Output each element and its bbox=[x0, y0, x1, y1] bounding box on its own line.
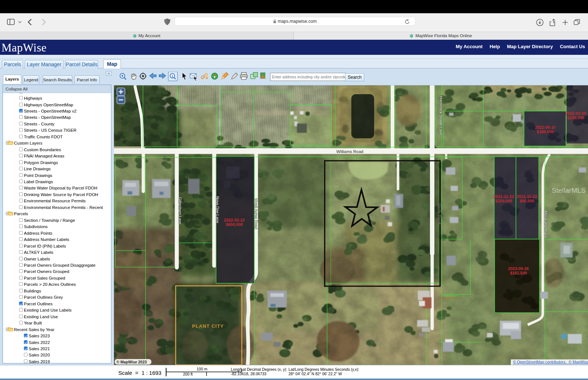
svg-text:100 m: 100 m bbox=[197, 367, 207, 371]
svg-text:© MapWise 2023: © MapWise 2023 bbox=[116, 360, 147, 364]
svg-text:© OpenStreetMap contributors,: © OpenStreetMap contributors, © MapWise bbox=[513, 360, 588, 364]
svg-text:2023-09-26: 2023-09-26 bbox=[508, 266, 529, 271]
svg-text:$180,000: $180,000 bbox=[537, 129, 554, 134]
svg-text:$60,000: $60,000 bbox=[520, 199, 534, 203]
svg-text:Nova Dee Lane: Nova Dee Lane bbox=[215, 196, 220, 223]
svg-text:Wyatt Acres Road: Wyatt Acres Road bbox=[254, 198, 258, 229]
svg-text:i: i bbox=[172, 74, 173, 78]
svg-text:2022-02-10: 2022-02-10 bbox=[224, 218, 245, 222]
svg-text:2021-11-22: 2021-11-22 bbox=[494, 194, 514, 199]
svg-text:$650,000: $650,000 bbox=[226, 222, 243, 227]
svg-text:2021-11-22: 2021-11-22 bbox=[517, 194, 537, 199]
svg-text:Harris Road: Harris Road bbox=[437, 203, 441, 224]
svg-text:Moracalla Place: Moracalla Place bbox=[544, 211, 548, 238]
svg-text:2022-03-09: 2022-03-09 bbox=[566, 111, 586, 116]
svg-text:2022-09-15: 2022-09-15 bbox=[535, 125, 556, 129]
svg-text:Williams Road: Williams Road bbox=[336, 149, 363, 154]
svg-text:Hammock Shade Lane: Hammock Shade Lane bbox=[439, 96, 443, 136]
svg-text:$182,500: $182,500 bbox=[510, 271, 527, 275]
svg-text:200 ft: 200 ft bbox=[183, 372, 193, 376]
svg-text:PLANT CITY: PLANT CITY bbox=[192, 323, 224, 329]
svg-text:Gilbertsen Lane: Gilbertsen Lane bbox=[178, 197, 182, 224]
svg-text:StellarMLS: StellarMLS bbox=[552, 187, 586, 194]
svg-text:$230,000: $230,000 bbox=[567, 116, 584, 120]
svg-text:$250,000: $250,000 bbox=[495, 199, 512, 203]
